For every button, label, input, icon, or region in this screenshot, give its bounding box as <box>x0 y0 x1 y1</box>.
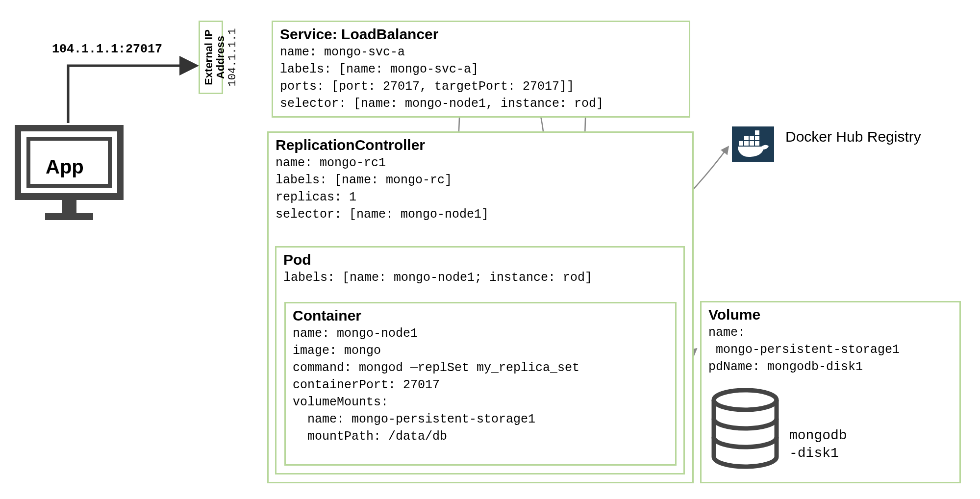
external-ip-box: External IP Address 104.1.1.1 <box>199 21 223 94</box>
service-box: Service: LoadBalancer name: mongo-svc-a … <box>272 21 690 118</box>
service-title: Service: LoadBalancer <box>280 26 682 43</box>
pod-title: Pod <box>283 251 677 268</box>
service-selector: selector: [name: mongo-node1, instance: … <box>280 95 682 112</box>
svg-rect-10 <box>750 136 754 140</box>
service-ports: ports: [port: 27017, targetPort: 27017]] <box>280 78 682 95</box>
ip-address-label: 104.1.1.1:27017 <box>52 42 162 56</box>
rc-replicas: replicas: 1 <box>276 189 685 206</box>
container-name: name: mongo-node1 <box>293 325 668 342</box>
container-image: image: mongo <box>293 342 668 359</box>
container-command: command: mongod —replSet my_replica_set <box>293 359 668 376</box>
container-vm-title: volumeMounts: <box>293 394 668 411</box>
svg-rect-9 <box>744 136 749 140</box>
volume-name-key: name: <box>708 324 953 341</box>
svg-rect-2 <box>62 199 76 213</box>
database-icon <box>709 388 781 474</box>
svg-point-13 <box>714 390 777 410</box>
container-port: containerPort: 27017 <box>293 376 668 394</box>
docker-hub-label: Docker Hub Registry <box>785 128 921 145</box>
rc-name: name: mongo-rc1 <box>276 154 685 172</box>
svg-rect-7 <box>750 141 754 146</box>
arrow-app-to-service <box>68 66 195 123</box>
volume-pdname: pdName: mongodb-disk1 <box>708 358 953 375</box>
app-label: App <box>46 156 84 178</box>
svg-rect-11 <box>755 136 759 140</box>
svg-rect-8 <box>755 141 759 146</box>
docker-icon <box>732 126 774 164</box>
disk-label: mongodb -disk1 <box>789 427 847 463</box>
rc-title: ReplicationController <box>276 137 685 153</box>
svg-rect-12 <box>755 130 759 135</box>
container-vm-name: name: mongo-persistent-storage1 <box>293 411 668 428</box>
container-vm-path: mountPath: /data/db <box>293 428 668 445</box>
container-box: Container name: mongo-node1 image: mongo… <box>284 302 677 466</box>
svg-rect-3 <box>45 213 93 220</box>
volume-name-val: mongo-persistent-storage1 <box>708 341 953 358</box>
external-ip-value: 104.1.1.1 <box>226 24 239 91</box>
rc-selector: selector: [name: mongo-node1] <box>276 206 685 223</box>
service-labels: labels: [name: mongo-svc-a] <box>280 61 682 78</box>
svg-rect-6 <box>744 141 749 146</box>
service-name: name: mongo-svc-a <box>280 44 682 61</box>
external-ip-title: External IP Address <box>203 24 226 91</box>
volume-title: Volume <box>708 306 953 323</box>
container-title: Container <box>293 307 668 324</box>
svg-rect-5 <box>739 141 743 146</box>
pod-labels: labels: [name: mongo-node1; instance: ro… <box>283 269 677 286</box>
rc-labels: labels: [name: mongo-rc] <box>276 172 685 189</box>
